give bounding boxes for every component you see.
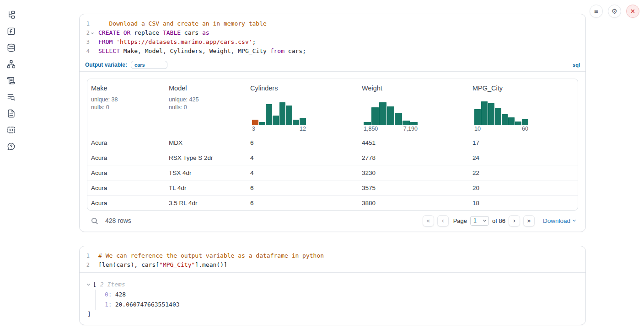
sidebar-item-functions[interactable] — [5, 26, 17, 37]
dependency-graph-icon — [7, 60, 16, 69]
column-header-model[interactable]: Modelunique: 425nulls: 0 — [165, 79, 247, 135]
download-label: Download — [543, 217, 570, 224]
histogram-bar — [387, 106, 394, 125]
tree-entry: 0:428 — [105, 290, 578, 300]
tree-collapse-toggle[interactable]: [ 2 Items — [87, 280, 578, 289]
sidebar-item-data-sources[interactable] — [5, 42, 17, 53]
menu-button[interactable]: ≡ — [590, 5, 603, 18]
histogram-axis: 1,8507,190 — [364, 126, 418, 132]
column-name: Model — [169, 85, 243, 92]
sidebar-item-dependency-graph[interactable] — [5, 58, 17, 69]
chevrons-left-icon: « — [426, 217, 430, 224]
table-row[interactable]: AcuraTSX 4dr4323022 — [87, 165, 578, 180]
file-explorer-icon — [7, 11, 16, 19]
table-cell: 4 — [247, 169, 358, 176]
table-header-row: Makeunique: 38nulls: 0Modelunique: 425nu… — [87, 79, 578, 135]
table-cell: 22 — [469, 169, 578, 176]
table-cell: 3575 — [358, 185, 469, 191]
sidebar-item-logs[interactable] — [5, 91, 17, 102]
table-cell: MDX — [165, 139, 247, 146]
table-cell: 20 — [469, 185, 578, 191]
histogram-bar — [300, 118, 306, 125]
table-row[interactable]: AcuraRSX Type S 2dr4277824 — [87, 150, 578, 165]
close-button[interactable]: × — [626, 5, 639, 18]
sidebar-item-scratchpad[interactable] — [5, 75, 17, 86]
column-header-cylinders[interactable]: Cylinders312 — [247, 79, 358, 135]
table-cell: 3.5 RL 4dr — [165, 200, 247, 206]
chevron-left-icon: ‹ — [441, 217, 444, 224]
histogram-bar — [410, 122, 418, 125]
table-body: AcuraMDX6445117AcuraRSX Type S 2dr427782… — [87, 135, 578, 210]
histogram-bar — [502, 114, 508, 125]
snippets-icon — [7, 126, 16, 134]
pagination: « ‹ Page 1 of 86 › » Download — [423, 215, 575, 227]
sidebar-item-help[interactable] — [5, 141, 17, 152]
histogram-bar — [286, 106, 292, 125]
tree-entry-value: 428 — [115, 291, 126, 298]
sidebar-item-file-explorer[interactable] — [5, 9, 17, 20]
histogram-bar — [266, 104, 272, 125]
code-line: 1# We can reference the output variable … — [80, 251, 585, 260]
tree-entry-value: 20.060747663551403 — [115, 301, 180, 308]
table-cell: Acura — [87, 139, 165, 146]
row-count: 428 rows — [105, 217, 131, 224]
tree-entries: 0:4281:20.060747663551403 — [95, 290, 578, 310]
settings-button[interactable]: ⚙ — [608, 5, 621, 18]
table-cell: TSX 4dr — [165, 169, 247, 176]
histogram-bar — [259, 122, 265, 125]
line-number: 4 — [80, 47, 94, 56]
sidebar-item-snippets[interactable] — [5, 124, 17, 135]
histogram-bar — [495, 108, 501, 125]
column-header-make[interactable]: Makeunique: 38nulls: 0 — [87, 79, 165, 135]
histogram-bar — [508, 117, 515, 125]
page-select-value: 1 — [473, 217, 477, 224]
download-button[interactable]: Download — [543, 217, 575, 224]
table-cell: Acura — [87, 200, 165, 206]
sidebar-item-documentation[interactable] — [5, 108, 17, 119]
page-label: Page — [453, 217, 467, 224]
histogram-bar — [252, 120, 258, 125]
page-of-label: of 86 — [492, 217, 505, 224]
table-row[interactable]: AcuraMDX6445117 — [87, 135, 578, 150]
search-icon — [91, 217, 98, 225]
table-cell: RSX Type S 2dr — [165, 154, 247, 161]
prev-page-button[interactable]: ‹ — [437, 215, 449, 227]
last-page-button[interactable]: » — [523, 215, 535, 227]
table-cell: TL 4dr — [165, 185, 247, 191]
data-table: Makeunique: 38nulls: 0Modelunique: 425nu… — [87, 79, 578, 211]
table-row[interactable]: Acura3.5 RL 4dr6388018 — [87, 195, 578, 210]
histogram-bar — [371, 107, 379, 125]
column-header-mpg_city[interactable]: MPG_City1060 — [469, 79, 578, 135]
fold-chevron-icon[interactable] — [91, 32, 94, 34]
next-page-button[interactable]: › — [509, 215, 520, 227]
histogram-bar — [515, 122, 521, 125]
table-cell: 6 — [247, 185, 358, 191]
column-header-weight[interactable]: Weight1,8507,190 — [358, 79, 469, 135]
functions-icon — [7, 27, 16, 36]
table-search-button[interactable] — [90, 216, 99, 226]
first-page-button[interactable]: « — [423, 215, 434, 227]
histogram-bar — [293, 120, 299, 125]
histogram-bar — [402, 121, 410, 125]
scratchpad-icon — [7, 76, 16, 85]
language-badge: sql — [573, 62, 580, 68]
tree-entry-key: 1: — [105, 301, 112, 308]
column-stats: unique: 38nulls: 0 — [91, 96, 161, 111]
code-line: 1-- Download a CSV and create an in-memo… — [80, 19, 585, 28]
chevron-down-icon — [87, 282, 90, 285]
sql-cell: 1-- Download a CSV and create an in-memo… — [79, 14, 586, 232]
python-code-editor[interactable]: 1# We can reference the output variable … — [80, 246, 585, 273]
page-select[interactable]: 1 — [470, 216, 489, 226]
table-cell: 17 — [469, 139, 578, 146]
tree-open-bracket: [ — [93, 281, 97, 288]
output-variable-input[interactable] — [131, 61, 167, 69]
line-number: 2 — [80, 260, 94, 270]
table-row[interactable]: AcuraTL 4dr6357520 — [87, 180, 578, 195]
column-name: Cylinders — [250, 85, 354, 92]
line-number: 1 — [80, 251, 94, 260]
documentation-icon — [7, 109, 16, 118]
table-cell: Acura — [87, 154, 165, 161]
code-text: # We can reference the output variable a… — [94, 251, 324, 260]
sql-code-editor[interactable]: 1-- Download a CSV and create an in-memo… — [80, 14, 585, 58]
code-text: [len(cars), cars["MPG_City"].mean()] — [94, 260, 227, 270]
